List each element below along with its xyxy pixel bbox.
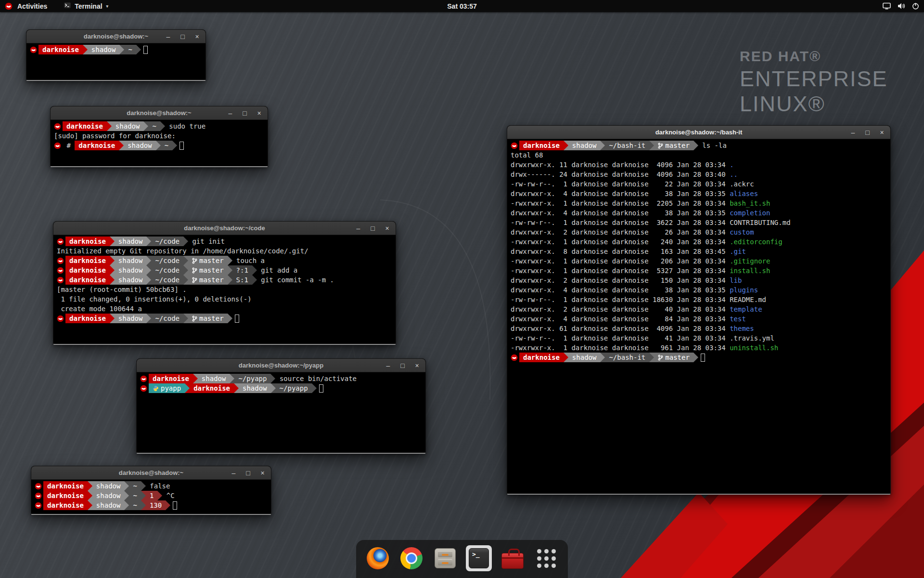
powerline-separator — [183, 236, 188, 246]
activities-button[interactable]: Activities — [0, 0, 52, 12]
powerline-separator — [160, 121, 165, 131]
window-titlebar[interactable]: darknoise@shadow:~–□× — [31, 466, 271, 480]
dock-item-firefox[interactable] — [365, 545, 391, 571]
maximize-button[interactable]: □ — [862, 127, 873, 137]
git-segment: master — [654, 353, 693, 362]
redhat-icon — [511, 353, 518, 362]
terminal-body[interactable]: darknoiseshadow~ — [26, 43, 205, 80]
powerline-separator — [88, 500, 92, 510]
terminal-line: [master (root-commit) 50bcb63] . — [57, 285, 392, 294]
powerline-separator — [183, 275, 188, 285]
user-segment: darknoise — [190, 383, 234, 393]
blue-text: .git — [730, 247, 746, 256]
blue-text: test — [730, 314, 746, 324]
maximize-button[interactable]: □ — [178, 31, 188, 41]
user-segment: darknoise — [65, 236, 110, 246]
powerline-separator — [83, 45, 88, 54]
powerline-separator — [146, 256, 151, 265]
terminal-line: drwxrwxr-x. 11 darknoise darknoise 4096 … — [511, 160, 887, 170]
dock-item-chrome[interactable] — [398, 545, 424, 571]
close-button[interactable]: × — [257, 468, 268, 478]
err-segment: 1 — [146, 491, 157, 500]
minimize-button[interactable]: – — [229, 468, 239, 478]
user-segment: darknoise — [519, 353, 564, 362]
blue-text: lib — [730, 276, 742, 285]
host-segment: shadow — [115, 236, 147, 246]
dock-item-show-apps[interactable] — [533, 545, 559, 571]
blue-text: plugins — [730, 285, 758, 295]
terminal-line: total 68 — [511, 150, 887, 160]
terminal-line: darknoiseshadow~/codemasterS:1 git commi… — [57, 275, 392, 285]
window-title: darknoise@shadow:~/pyapp — [239, 362, 323, 369]
powerline-separator — [107, 121, 112, 131]
powerline-separator — [228, 275, 232, 285]
dock-item-terminal[interactable]: >_ — [466, 545, 492, 571]
terminal-body[interactable]: darknoiseshadow~ sudo true[sudo] passwor… — [51, 120, 268, 166]
terminal-text: .travis.yml — [730, 333, 774, 343]
close-button[interactable]: × — [254, 108, 264, 118]
window-titlebar[interactable]: darknoise@shadow:~/pyapp–□× — [137, 359, 425, 372]
host-segment: shadow — [239, 383, 271, 393]
maximize-button[interactable]: □ — [398, 360, 408, 370]
terminal-body[interactable]: darknoiseshadow~/pyapp source bin/activa… — [137, 372, 425, 453]
terminal-text: git commit -a -m . — [257, 275, 334, 285]
window-titlebar[interactable]: darknoise@shadow:~–□× — [26, 30, 205, 43]
powerline-separator — [146, 314, 151, 323]
powerline-separator — [88, 491, 92, 500]
redhat-icon — [35, 481, 42, 491]
window-titlebar[interactable]: darknoise@shadow:~–□× — [51, 106, 268, 120]
terminal-text: ls -la — [698, 141, 727, 150]
minimize-button[interactable]: – — [225, 108, 235, 118]
terminal-text: drwxrwxr-x. 2 darknoise darknoise 150 Ja… — [511, 276, 730, 285]
terminal-body[interactable]: darknoiseshadow~ falsedarknoiseshadow~1 … — [31, 480, 271, 514]
window-controls: –□× — [383, 359, 422, 372]
path-segment: ~/code — [151, 314, 183, 323]
terminal-line: drwxrwxr-x. 2 darknoise darknoise 40 Jan… — [511, 304, 887, 314]
terminal-line: -rwxrwxr-x. 1 darknoise darknoise 240 Ja… — [511, 237, 887, 247]
volume-icon[interactable] — [898, 2, 905, 10]
host-segment: shadow — [568, 141, 601, 150]
green-text: install.sh — [730, 266, 770, 276]
terminal-body[interactable]: darknoiseshadow~/code git initInitialize… — [53, 235, 396, 344]
close-button[interactable]: × — [382, 223, 392, 233]
terminal-body[interactable]: darknoiseshadow~/bash-itmaster ls -latot… — [507, 139, 890, 494]
windows-layer: darknoise@shadow:~–□×darknoiseshadow~dar… — [0, 0, 924, 578]
activities-label: Activities — [17, 2, 47, 10]
minimize-button[interactable]: – — [163, 31, 173, 41]
redhat-icon — [511, 141, 518, 150]
clock[interactable]: Sat 03:57 — [442, 0, 481, 12]
maximize-button[interactable]: □ — [243, 468, 253, 478]
path-segment: ~ — [129, 500, 141, 510]
dock-item-files[interactable] — [432, 545, 458, 571]
maximize-button[interactable]: □ — [368, 223, 378, 233]
path-segment: ~/code — [151, 236, 183, 246]
close-button[interactable]: × — [192, 31, 202, 41]
app-menu-terminal[interactable]: Terminal ▾ — [59, 0, 113, 12]
power-icon[interactable] — [912, 2, 919, 10]
minimize-button[interactable]: – — [383, 360, 393, 370]
powerline-separator — [183, 256, 188, 265]
terminal-text: sudo true — [165, 121, 205, 131]
dock-item-toolbox[interactable] — [500, 545, 526, 571]
terminal-text: drwxrwxr-x. 2 darknoise darknoise 26 Jan… — [511, 227, 730, 237]
powerline-separator — [143, 121, 148, 131]
powerline-separator — [110, 256, 115, 265]
window-titlebar[interactable]: darknoise@shadow:~/bash-it–□× — [507, 126, 890, 139]
close-button[interactable]: × — [412, 360, 422, 370]
powerline-separator — [166, 500, 170, 510]
window-titlebar[interactable]: darknoise@shadow:~/code–□× — [53, 222, 396, 235]
screen-icon[interactable] — [883, 2, 891, 10]
terminal-line: darknoiseshadow~ false — [35, 481, 268, 491]
path-segment: ~/pyapp — [234, 374, 270, 383]
terminal-line: darknoiseshadow~/codemaster — [57, 314, 392, 323]
host-segment: shadow — [115, 265, 147, 275]
close-button[interactable]: × — [877, 127, 887, 137]
powerline-separator — [230, 374, 234, 383]
terminal-line: -rwxrwxr-x. 1 darknoise darknoise 2205 J… — [511, 198, 887, 208]
maximize-button[interactable]: □ — [240, 108, 250, 118]
minimize-button[interactable]: – — [353, 223, 363, 233]
terminal-text: -rwxrwxr-x. 1 darknoise darknoise 206 Ja… — [511, 256, 730, 266]
powerline-separator — [600, 141, 605, 150]
terminal-line: darknoiseshadow~/pyapp source bin/activa… — [140, 374, 422, 383]
minimize-button[interactable]: – — [848, 127, 858, 137]
